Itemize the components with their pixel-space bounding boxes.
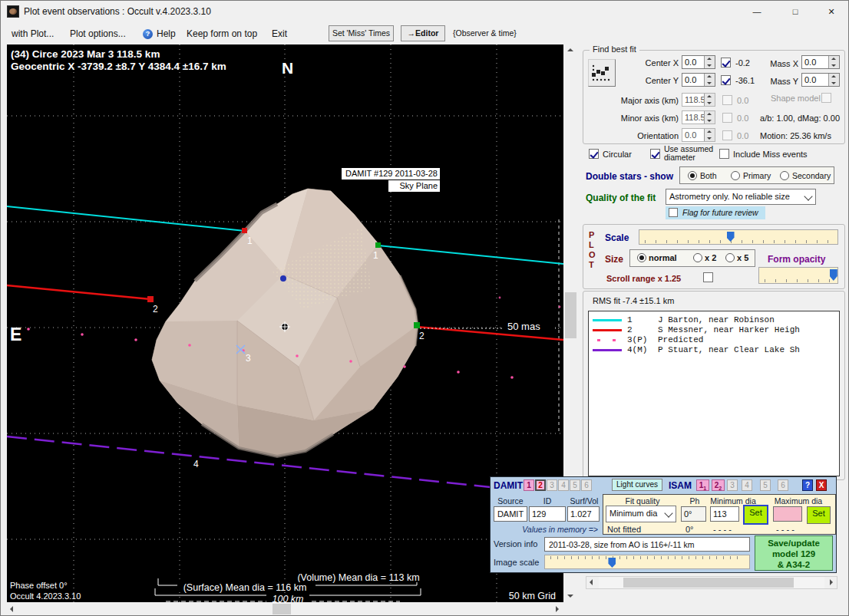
best-fit-icon-button[interactable]	[588, 59, 616, 87]
chord-1-line-right[interactable]	[378, 245, 563, 264]
isam-model-5-button[interactable]: 5	[760, 479, 771, 491]
maximum-dia-value[interactable]	[773, 506, 802, 522]
damit-model-4-button[interactable]: 4	[558, 479, 569, 491]
editor-button[interactable]: →Editor	[401, 25, 445, 41]
center-y-label: Center Y	[617, 76, 679, 85]
circular-checkbox[interactable]	[589, 149, 599, 159]
minor-axis-spinner[interactable]: 118.5	[682, 110, 715, 124]
isam-title: ISAM	[669, 480, 692, 491]
chord-1-disappearance-marker[interactable]	[242, 228, 247, 233]
help-icon[interactable]: ?	[143, 29, 153, 39]
set-maximum-button[interactable]: Set	[807, 506, 831, 524]
panel-scroll-right-icon[interactable]	[824, 577, 837, 588]
set-minimum-button[interactable]: Set	[743, 505, 768, 525]
chord-1-reappearance-marker[interactable]	[375, 242, 381, 248]
observer-row[interactable]: 3(P) Predicted	[589, 335, 839, 345]
circular-label: Circular	[603, 150, 632, 159]
maximize-button[interactable]: □	[778, 1, 813, 22]
scroll-down-icon[interactable]	[564, 589, 577, 602]
double-stars-primary-radio[interactable]	[731, 171, 740, 180]
chord-2-reappearance-marker[interactable]	[414, 322, 420, 328]
plot-header-line2: Geocentric X -3739.2 ±8.7 Y 4384.4 ±16.7…	[11, 61, 226, 72]
minor-axis-fit-checkbox[interactable]	[722, 113, 732, 123]
major-axis-fit-checkbox[interactable]	[722, 95, 732, 105]
application-window: Plot event observations : Occult v.4.202…	[0, 0, 849, 616]
size-x5-radio[interactable]	[725, 253, 735, 262]
center-y-spinner[interactable]: 0.0	[682, 73, 715, 87]
motion-label: Motion: 25.36 km/s	[760, 131, 831, 140]
observer-list[interactable]: 1 J Barton, near Robinson 2 S Messner, n…	[588, 311, 840, 476]
center-x-spinner[interactable]: 0.0	[682, 55, 715, 69]
light-curves-button[interactable]: Light curves	[612, 479, 662, 491]
scroll-left-icon[interactable]	[7, 603, 20, 616]
plot-letter-p: P	[589, 230, 594, 239]
damit-model-5-button[interactable]: 5	[570, 479, 580, 491]
scroll-right-icon[interactable]	[550, 603, 563, 616]
shape-model-checkbox[interactable]	[821, 93, 831, 103]
mass-x-spinner[interactable]: 0.0	[801, 55, 840, 69]
scale-slider[interactable]	[639, 229, 838, 245]
east-label: E	[10, 324, 21, 344]
panel-horizontal-scrollbar[interactable]	[586, 576, 837, 589]
fit-quality-select[interactable]: Minimum dia	[606, 506, 676, 522]
ph-corrn-value[interactable]: 0°	[681, 506, 706, 522]
chord-1-line-left[interactable]	[7, 206, 245, 231]
chord-2-line-left[interactable]	[7, 285, 150, 299]
panel-scroll-left-icon[interactable]	[586, 577, 599, 588]
use-assumed-diameter-checkbox[interactable]	[650, 149, 660, 159]
rms-group: RMS fit -7.4 ±15.1 km 1 J Barton, near R…	[583, 291, 845, 480]
observer-row[interactable]: 2 S Messner, near Harker Heigh	[589, 325, 839, 335]
size-normal-radio[interactable]	[637, 253, 646, 262]
damit-model-6-button[interactable]: 6	[581, 479, 592, 491]
double-stars-secondary-radio[interactable]	[780, 171, 789, 180]
observer-row[interactable]: 4(M) P Stuart, near Clear Lake Sh	[589, 345, 839, 355]
image-scale-slider-thumb[interactable]	[608, 558, 616, 568]
scroll-range-checkbox[interactable]	[703, 272, 713, 282]
isam-model-3-button[interactable]: 3	[727, 479, 738, 491]
menu-plot-options[interactable]: Plot options...	[70, 28, 126, 39]
image-scale-slider[interactable]	[544, 555, 750, 569]
close-button[interactable]: ✕	[814, 1, 849, 22]
form-opacity-slider[interactable]	[758, 267, 838, 284]
occult-version-label: Occult 4.2023.3.10	[10, 591, 81, 601]
damit-model-3-button[interactable]: 3	[547, 479, 557, 491]
scroll-up-icon[interactable]	[564, 44, 577, 58]
observer-row[interactable]: 1 J Barton, near Robinson	[589, 315, 839, 325]
chord-2-disappearance-marker[interactable]	[147, 296, 154, 302]
set-miss-times-button[interactable]: Set 'Miss' Times	[329, 25, 394, 41]
damit-close-button[interactable]: X	[816, 479, 827, 491]
damit-model-2-button[interactable]: 2	[535, 479, 546, 491]
minimum-dia-value[interactable]: 113	[710, 506, 739, 522]
id-value[interactable]: 129	[529, 506, 566, 522]
menu-exit[interactable]: Exit	[272, 28, 287, 39]
center-x-fit-checkbox[interactable]	[721, 58, 731, 68]
horizontal-scroll-thumb[interactable]	[273, 604, 291, 614]
menu-help[interactable]: Help	[157, 28, 176, 39]
flag-review-checkbox[interactable]	[669, 208, 678, 217]
svg-text:2: 2	[153, 304, 158, 315]
damit-help-button[interactable]: ?	[802, 479, 813, 491]
damit-model-1-button[interactable]: 1	[524, 479, 534, 491]
save-update-model-button[interactable]: Save/updatemodel 129& A34-2	[755, 535, 833, 571]
vertical-scroll-thumb[interactable]	[565, 292, 576, 338]
major-axis-spinner[interactable]: 118.5	[682, 93, 715, 107]
double-stars-both-radio[interactable]	[688, 171, 697, 180]
isam-model-4-button[interactable]: 4	[742, 479, 752, 491]
minimize-button[interactable]: —	[739, 1, 775, 22]
sky-plane-plot-canvas[interactable]: 50 mas 1 1 2 2 3 4 N E (34) Circe 2023 M…	[7, 44, 563, 602]
isam-model-1-button[interactable]: 11	[696, 479, 709, 491]
isam-model-6-button[interactable]: 6	[778, 479, 788, 491]
orientation-spinner[interactable]: 0.0	[682, 128, 715, 142]
version-info-value[interactable]: 2011-03-28, size from AO is 116+/-11 km	[544, 537, 750, 552]
menu-keep-on-top[interactable]: Keep form on top	[187, 28, 257, 39]
center-y-fit-checkbox[interactable]	[721, 75, 731, 85]
include-miss-events-checkbox[interactable]	[719, 149, 729, 159]
panel-scroll-thumb[interactable]	[623, 578, 794, 588]
orientation-fit-checkbox[interactable]	[722, 130, 732, 140]
quality-of-fit-select[interactable]: Astrometry only. No reliable size	[666, 189, 816, 205]
plot-horizontal-scrollbar[interactable]	[7, 602, 563, 616]
mass-y-spinner[interactable]: 0.0	[801, 73, 840, 87]
isam-model-2-button[interactable]: 22	[712, 479, 725, 491]
size-x2-radio[interactable]	[693, 253, 702, 262]
menu-with-plot[interactable]: with Plot...	[12, 28, 54, 39]
